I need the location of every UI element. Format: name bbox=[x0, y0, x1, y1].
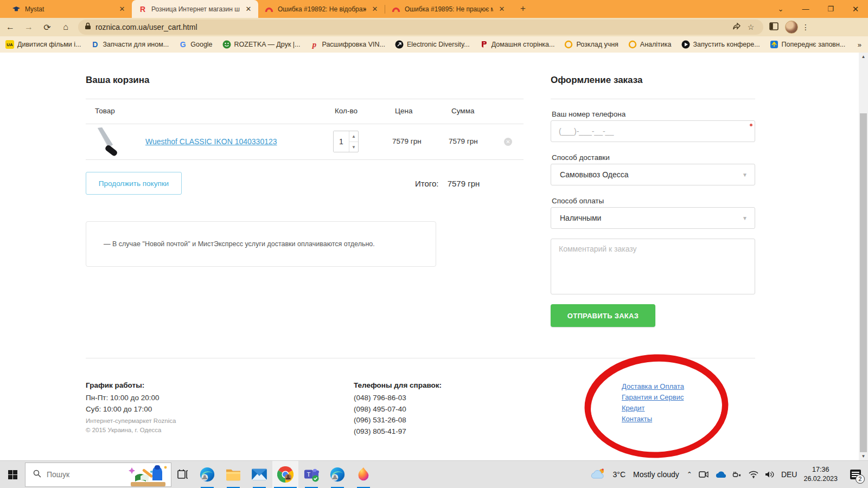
quantity-up-icon[interactable]: ▲ bbox=[349, 131, 358, 142]
footer-link-contacts[interactable]: Контакты bbox=[622, 415, 652, 423]
total-label: Итого: bbox=[415, 179, 438, 188]
redmine-favicon-icon bbox=[392, 5, 400, 14]
tab-close-icon[interactable]: ✕ bbox=[497, 5, 506, 14]
quantity-down-icon[interactable]: ▼ bbox=[349, 142, 358, 152]
bookmark-homepage[interactable]: Домашня сторінка... bbox=[480, 40, 555, 49]
product-link[interactable]: Wuesthof CLASSIC IKON 1040330123 bbox=[145, 137, 277, 146]
side-panel-icon[interactable] bbox=[767, 22, 781, 32]
bookmark-electronic-diversity[interactable]: Electronic Diversity... bbox=[395, 40, 470, 49]
footer-link-credit[interactable]: Кредит bbox=[622, 404, 645, 412]
page-scrollbar[interactable]: ▲ ▼ bbox=[859, 53, 868, 460]
restore-button[interactable]: ❐ bbox=[818, 0, 843, 18]
phone-number: (093) 805-41-97 bbox=[354, 427, 406, 435]
taskbar-app-edge[interactable] bbox=[194, 461, 220, 488]
payment-select[interactable]: Наличными ▼ bbox=[551, 207, 755, 229]
taskbar-app-firefox[interactable] bbox=[350, 461, 376, 488]
tab-close-icon[interactable]: ✕ bbox=[118, 5, 126, 14]
order-divider bbox=[551, 99, 755, 99]
wifi-icon[interactable] bbox=[749, 471, 758, 478]
taskbar-app-chrome-active[interactable] bbox=[272, 461, 298, 488]
bookmark-google[interactable]: G Google bbox=[178, 40, 212, 49]
close-button[interactable]: ✕ bbox=[843, 0, 868, 18]
address-bar[interactable]: roznica.com.ua/user_cart.html ☆ bbox=[78, 20, 763, 35]
item-price: 7579 грн bbox=[392, 137, 422, 145]
taskbar-app-teams[interactable]: T bbox=[298, 461, 324, 488]
footer-link-warranty[interactable]: Гарантия и Сервис bbox=[622, 393, 684, 401]
power-status-icon[interactable] bbox=[732, 471, 742, 478]
notification-badge: 2 bbox=[856, 474, 865, 484]
remove-item-icon[interactable]: ✕ bbox=[504, 138, 512, 146]
table-header-line bbox=[86, 124, 524, 124]
action-center-icon[interactable]: 2 bbox=[843, 461, 868, 488]
delivery-select[interactable]: Самовывоз Одесса ▼ bbox=[551, 164, 755, 185]
profile-avatar[interactable] bbox=[785, 21, 798, 34]
bookmark-rozetka[interactable]: ROZETKA — Друк |... bbox=[222, 40, 301, 49]
taskbar-app-mail[interactable] bbox=[246, 461, 272, 488]
tab-roznica-active[interactable]: R Розница Интернет магазин шин ✕ bbox=[132, 0, 258, 18]
quantity-input[interactable] bbox=[334, 131, 349, 152]
tab-error-19892[interactable]: Ошибка #19892: Не відображає ✕ bbox=[258, 0, 385, 18]
taskbar-app-explorer[interactable] bbox=[220, 461, 246, 488]
bookmark-conference[interactable]: Запустить конфере... bbox=[681, 40, 760, 49]
phone-input[interactable] bbox=[551, 120, 755, 142]
submit-order-button[interactable]: ОТПРАВИТЬ ЗАКАЗ bbox=[551, 304, 655, 327]
taskbar-search[interactable] bbox=[25, 463, 171, 487]
taskbar-clock[interactable]: 17:36 26.02.2023 bbox=[803, 465, 838, 484]
bookmark-movies[interactable]: UA Дивитися фільми і... bbox=[5, 40, 81, 49]
bookmarks-bar: UA Дивитися фільми і... D Запчасти для и… bbox=[0, 36, 868, 53]
browser-menu-chevron-icon[interactable]: ⌄ bbox=[768, 0, 793, 18]
task-view-icon[interactable] bbox=[171, 461, 194, 488]
scrollbar-thumb[interactable] bbox=[860, 113, 867, 452]
taskbar-app-edge-2[interactable] bbox=[324, 461, 350, 488]
col-header-price: Цена bbox=[395, 107, 412, 115]
weather-desc[interactable]: Mostly cloudy bbox=[633, 470, 679, 479]
cart-title: Ваша корзина bbox=[86, 75, 150, 86]
bookmark-vin[interactable]: p Расшифровка VIN... bbox=[310, 40, 385, 49]
tab-close-icon[interactable]: ✕ bbox=[244, 5, 253, 14]
col-header-qty: Кол-во bbox=[335, 107, 358, 115]
phone-number: (098) 495-07-40 bbox=[354, 405, 406, 413]
home-button[interactable]: ⌂ bbox=[58, 20, 74, 35]
meet-now-icon[interactable] bbox=[699, 471, 709, 478]
reload-button[interactable]: ⟳ bbox=[39, 20, 55, 35]
new-tab-button[interactable]: + bbox=[516, 2, 530, 16]
language-indicator[interactable]: DEU bbox=[781, 470, 797, 479]
continue-shopping-button[interactable]: Продолжить покупки bbox=[86, 172, 182, 195]
scroll-up-icon[interactable]: ▲ bbox=[859, 53, 868, 61]
bookmarks-overflow-icon[interactable]: » bbox=[858, 41, 861, 49]
comment-textarea[interactable] bbox=[551, 239, 755, 294]
search-input[interactable] bbox=[47, 470, 112, 479]
schedule-title: График работы: bbox=[86, 381, 144, 389]
search-icon bbox=[33, 470, 41, 480]
forward-button[interactable]: → bbox=[21, 20, 37, 35]
window-controls: ⌄ — ❐ ✕ bbox=[768, 0, 868, 18]
minimize-button[interactable]: — bbox=[793, 0, 818, 18]
copyright: © 2015 Украина, г. Одесса bbox=[86, 427, 162, 433]
quantity-stepper[interactable]: ▲ ▼ bbox=[333, 131, 359, 152]
tab-error-19895[interactable]: Ошибка #19895: Не працює ма ✕ bbox=[385, 0, 512, 18]
bookmark-prefill[interactable]: Попереднє заповн... bbox=[770, 40, 846, 49]
back-button[interactable]: ← bbox=[2, 20, 18, 35]
chevron-down-icon: ▼ bbox=[742, 172, 748, 178]
hidden-icons-chevron[interactable]: ⌃ bbox=[687, 471, 692, 478]
col-header-product: Товар bbox=[95, 107, 115, 115]
tab-close-icon[interactable]: ✕ bbox=[371, 5, 379, 14]
bookmark-star-icon[interactable]: ☆ bbox=[744, 23, 758, 31]
share-icon[interactable] bbox=[730, 23, 744, 32]
footer-link-delivery[interactable]: Доставка и Оплата bbox=[622, 382, 684, 390]
bookmark-autoparts[interactable]: D Запчасти для ином... bbox=[91, 40, 169, 49]
browser-menu-icon[interactable]: ⋮ bbox=[798, 23, 813, 31]
bookmark-analytics[interactable]: Аналітика bbox=[628, 40, 672, 49]
tab-mystat[interactable]: Mystat ✕ bbox=[5, 0, 132, 18]
onedrive-icon[interactable] bbox=[715, 471, 726, 478]
volume-icon[interactable] bbox=[765, 471, 775, 478]
google-icon: G bbox=[178, 40, 187, 49]
start-button[interactable] bbox=[0, 461, 25, 488]
product-image[interactable] bbox=[91, 126, 125, 157]
bookmark-schedule[interactable]: Розклад учня bbox=[564, 40, 618, 49]
required-dot bbox=[750, 124, 752, 126]
weather-temp[interactable]: 3°C bbox=[613, 470, 626, 479]
scroll-down-icon[interactable]: ▼ bbox=[859, 452, 868, 460]
clock-date: 26.02.2023 bbox=[803, 474, 838, 484]
weather-icon[interactable] bbox=[590, 468, 607, 481]
